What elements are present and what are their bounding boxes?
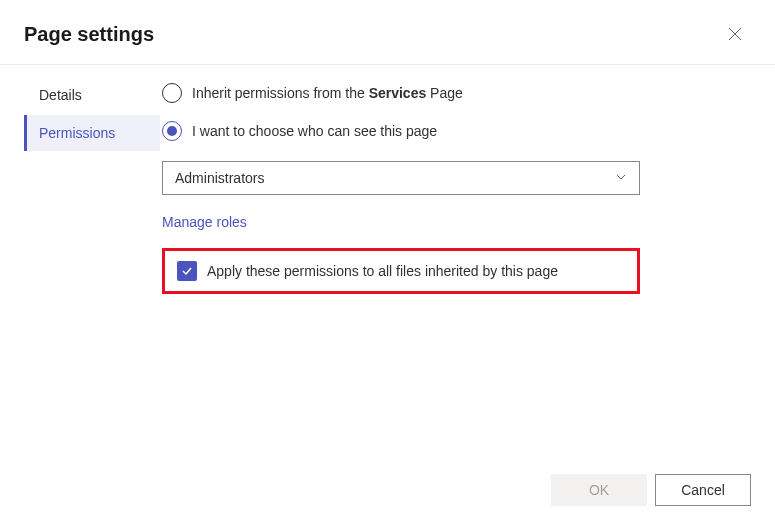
sidebar: Details Permissions [0,77,160,294]
apply-checkbox[interactable] [177,261,197,281]
main-panel: Inherit permissions from the Services Pa… [160,77,775,294]
radio-choose-label: I want to choose who can see this page [192,123,437,139]
radio-inherit-row[interactable]: Inherit permissions from the Services Pa… [162,83,735,103]
radio-inherit-suffix: Page [426,85,463,101]
apply-permissions-highlight: Apply these permissions to all files inh… [162,248,640,294]
apply-checkbox-label: Apply these permissions to all files inh… [207,263,558,279]
dialog-title: Page settings [24,23,154,46]
check-icon [180,264,194,278]
radio-inherit[interactable] [162,83,182,103]
radio-choose[interactable] [162,121,182,141]
dropdown-value: Administrators [175,170,264,186]
radio-dot-icon [167,126,177,136]
radio-inherit-bold: Services [369,85,427,101]
tab-permissions[interactable]: Permissions [24,115,160,151]
dialog-content: Details Permissions Inherit permissions … [0,65,775,294]
chevron-down-icon [615,170,627,186]
tab-details[interactable]: Details [24,77,160,113]
radio-inherit-label: Inherit permissions from the Services Pa… [192,85,463,101]
close-icon [728,27,742,41]
dialog-footer: OK Cancel [551,474,751,506]
manage-roles-link[interactable]: Manage roles [162,214,247,230]
cancel-button[interactable]: Cancel [655,474,751,506]
radio-choose-row[interactable]: I want to choose who can see this page [162,121,735,141]
dialog-header: Page settings [0,0,775,65]
ok-button: OK [551,474,647,506]
radio-inherit-prefix: Inherit permissions from the [192,85,369,101]
close-button[interactable] [719,18,751,50]
roles-dropdown[interactable]: Administrators [162,161,640,195]
